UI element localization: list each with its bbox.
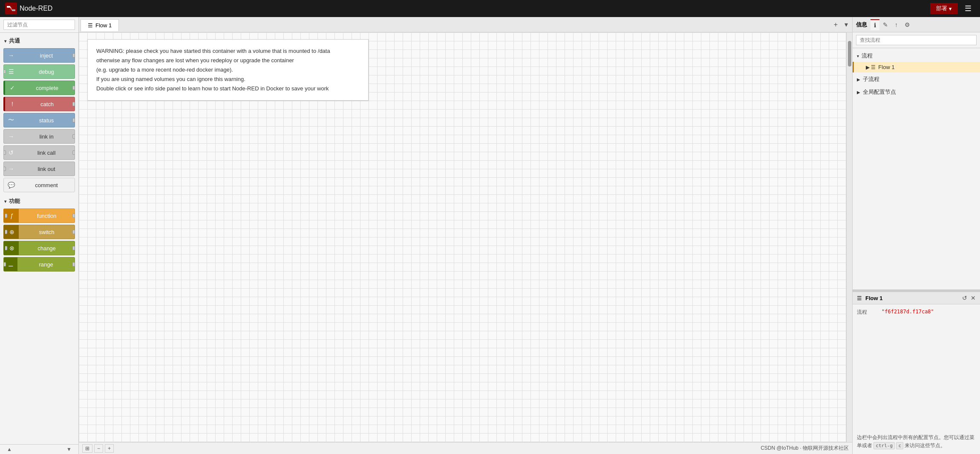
node-status[interactable]: 〜 status	[3, 113, 75, 127]
tree-item-flow1[interactable]: ▶ ☰ Flow 1	[853, 62, 980, 72]
flow-info-row: 流程 "f6f2187d.f17ca8"	[857, 309, 976, 316]
palette-category-common-header[interactable]: ▾ 共通	[0, 35, 78, 47]
palette-search-area	[0, 17, 78, 33]
flow1-tree-icon: ▶ ☰	[866, 64, 876, 70]
sidebar-refresh-button[interactable]: ↺	[962, 295, 967, 301]
sidebar-tab-settings[interactable]: ⚙	[901, 20, 914, 30]
node-complete[interactable]: ✓ complete	[3, 81, 75, 95]
linkin-icon: →	[4, 130, 18, 143]
palette-scroll-down[interactable]: ▼	[60, 445, 78, 454]
sidebar-tab-info[interactable]: ℹ	[870, 19, 879, 30]
svg-rect-1	[7, 6, 10, 8]
debug-port-left	[3, 69, 6, 74]
main-layout: ▾ 共通 → inject ☰ debug ✓	[0, 17, 980, 454]
canvas-bottom-bar: ⊞ − + CSDN @IoTHub · 物联网开源技术社区	[79, 442, 852, 454]
canvas-bottom-left: ⊞ − +	[82, 444, 114, 453]
function-label: function	[19, 213, 75, 219]
sidebar-search-input[interactable]	[856, 35, 977, 45]
change-port-left	[3, 246, 7, 250]
palette-category-function-header[interactable]: ▾ 功能	[0, 195, 78, 208]
linkin-port-right	[72, 134, 75, 139]
node-debug[interactable]: ☰ debug	[3, 64, 75, 79]
chevron-down-icon: ▾	[4, 39, 6, 43]
node-switch[interactable]: ⊕ switch	[3, 225, 75, 239]
tree-section-subflows: ▶ 子流程	[853, 73, 980, 85]
catch-port-right	[72, 102, 75, 106]
palette-scroll-up[interactable]: ▲	[0, 445, 19, 454]
deploy-button[interactable]: 部署 ▾	[930, 3, 958, 14]
node-linkcall[interactable]: ↺ link call	[3, 145, 75, 160]
node-comment[interactable]: 💬 comment	[3, 178, 75, 192]
warning-message-box[interactable]: WARNING: please check you have started t…	[87, 39, 369, 101]
node-linkin[interactable]: → link in	[3, 129, 75, 144]
node-palette: ▾ 共通 → inject ☰ debug ✓	[0, 17, 79, 454]
topbar-left: Node-RED	[5, 3, 52, 14]
change-port-right	[72, 246, 75, 250]
menu-button[interactable]: ☰	[961, 2, 975, 15]
sidebar-bottom-title: Flow 1	[865, 295, 959, 301]
tree-subflows-header[interactable]: ▶ 子流程	[853, 73, 980, 85]
sidebar-title-label: 信息	[856, 21, 867, 29]
config-note-text-2: 来访问这些节点。	[905, 442, 945, 448]
sidebar-tab-edit[interactable]: ✎	[879, 20, 891, 30]
node-change[interactable]: ⊗ change	[3, 241, 75, 255]
inject-port-right	[72, 53, 75, 58]
tree-global-label: 全局配置节点	[863, 88, 896, 96]
switch-port-right	[72, 230, 75, 234]
deploy-chevron-icon: ▾	[949, 6, 952, 12]
linkcall-port-left	[3, 150, 6, 155]
warning-line4: If you are using named volumes you can i…	[96, 75, 360, 84]
node-function[interactable]: ƒ function	[3, 208, 75, 223]
tree-flows-header[interactable]: ▾ 流程	[853, 50, 980, 62]
switch-label: switch	[19, 229, 75, 235]
credit-text: CSDN @IoTHub · 物联网开源技术社区	[761, 445, 849, 452]
sidebar-tab-deploy[interactable]: ↑	[891, 20, 901, 30]
function-port-right	[72, 214, 75, 218]
chevron-down-icon-2: ▾	[4, 199, 6, 204]
complete-icon: ✓	[5, 81, 20, 95]
canvas-vertical-scrollbar[interactable]	[846, 32, 852, 442]
node-range[interactable]: ⚊ range	[3, 257, 75, 272]
zoom-out-button[interactable]: −	[94, 444, 103, 453]
sidebar-close-button[interactable]: ✕	[971, 295, 976, 301]
kbd-c: c	[896, 442, 903, 449]
zoom-in-button[interactable]: +	[105, 444, 114, 453]
debug-label: debug	[18, 69, 75, 75]
flow-canvas[interactable]: WARNING: please check you have started t…	[79, 32, 852, 442]
tree-flows-label: 流程	[862, 52, 873, 60]
sidebar-bottom-header: ☰ Flow 1 ↺ ✕	[853, 292, 980, 304]
switch-port-left	[3, 230, 7, 234]
debug-icon: ☰	[4, 65, 18, 78]
chevron-subflows-icon: ▶	[857, 77, 860, 82]
node-red-logo-icon	[5, 3, 17, 14]
minimap-button[interactable]: ⊞	[82, 444, 92, 453]
flow-info-label: 流程	[857, 309, 878, 316]
tree-global-header[interactable]: ▶ 全局配置节点	[853, 86, 980, 98]
status-port-right	[72, 118, 75, 122]
sidebar-tabs: 信息 ℹ ✎ ↑ ⚙	[853, 17, 980, 32]
flow1-tab-label: Flow 1	[95, 22, 112, 29]
linkcall-port-right	[72, 150, 75, 155]
flow-tab-flow1[interactable]: ☰ Flow 1	[81, 19, 119, 31]
vscroll-thumb[interactable]	[848, 41, 851, 67]
palette-category-common: ▾ 共通 → inject ☰ debug ✓	[0, 35, 78, 193]
node-catch[interactable]: ! catch	[3, 97, 75, 111]
category-function-label: 功能	[9, 197, 20, 205]
flow-dropdown-button[interactable]: ▾	[842, 20, 850, 29]
palette-search-input[interactable]	[3, 20, 75, 30]
flow-info-id: "f6f2187d.f17ca8"	[882, 309, 934, 315]
status-icon: 〜	[4, 113, 18, 127]
sidebar-bottom-content: 流程 "f6f2187d.f17ca8"	[853, 304, 980, 429]
function-nodes: ƒ function ⊕ switch ⊗ change	[0, 208, 78, 272]
add-flow-button[interactable]: +	[831, 20, 840, 29]
tree-item-flow1-label: Flow 1	[878, 64, 894, 70]
canvas-grid: WARNING: please check you have started t…	[79, 32, 852, 442]
chevron-global-icon: ▶	[857, 90, 860, 95]
node-inject[interactable]: → inject	[3, 48, 75, 63]
kbd-ctrl-g: ctrl-g	[873, 442, 895, 449]
canvas-area: ☰ Flow 1 + ▾ WARNING: please check you h…	[79, 17, 852, 454]
linkout-label: link out	[18, 166, 75, 172]
category-common-label: 共通	[9, 37, 20, 45]
change-label: change	[19, 245, 75, 252]
node-linkout[interactable]: → link out	[3, 162, 75, 176]
